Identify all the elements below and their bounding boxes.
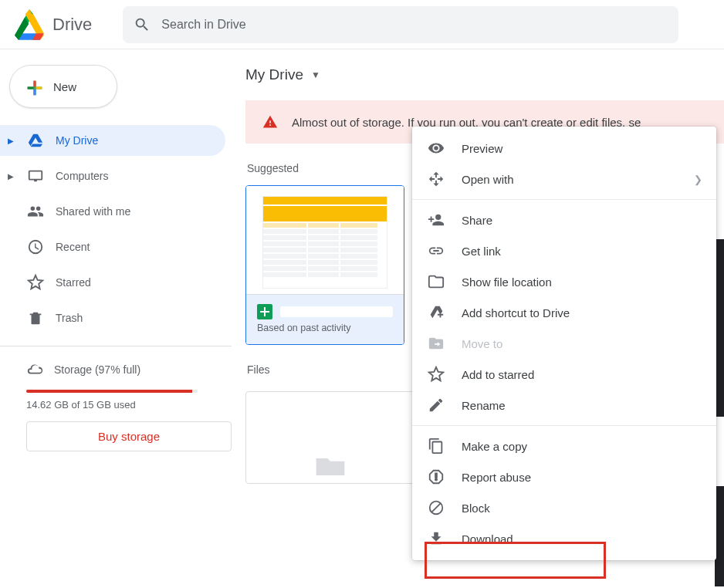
breadcrumb[interactable]: My Drive ▼	[245, 66, 320, 83]
clock-icon	[26, 238, 45, 255]
expand-arrow-icon: ▶	[6, 172, 15, 181]
star-icon	[26, 274, 45, 291]
cloud-icon	[26, 361, 43, 378]
sidebar-item-storage[interactable]: Storage (97% full)	[0, 357, 232, 382]
logo-area[interactable]: Drive	[12, 9, 92, 40]
new-button[interactable]: New	[9, 65, 117, 108]
file-placeholder-icon	[313, 455, 347, 478]
storage-used-text: 14.62 GB of 15 GB used	[0, 399, 232, 411]
menu-item-share[interactable]: Share	[412, 204, 716, 235]
sidebar-item-label: Computers	[56, 170, 108, 182]
new-button-label: New	[53, 80, 76, 93]
menu-item-rename[interactable]: Rename	[412, 390, 716, 421]
menu-item-get-link[interactable]: Get link	[412, 235, 716, 266]
drive-icon	[26, 132, 45, 149]
storage-label: Storage (97% full)	[54, 363, 140, 376]
menu-item-add-starred[interactable]: Add to starred	[412, 359, 716, 390]
file-name-redacted	[280, 306, 393, 317]
sidebar-item-label: My Drive	[56, 134, 98, 147]
warning-icon	[262, 114, 278, 130]
computer-icon	[26, 167, 45, 184]
menu-item-download[interactable]: Download	[412, 523, 716, 554]
copy-icon	[428, 438, 445, 455]
app-title: Drive	[52, 15, 92, 35]
chevron-right-icon: ❯	[694, 174, 702, 185]
chevron-down-icon: ▼	[311, 69, 320, 80]
folder-icon	[428, 273, 445, 290]
person-add-icon	[428, 211, 445, 228]
sheets-icon	[257, 304, 272, 319]
link-icon	[428, 242, 445, 259]
storage-progress-bar	[26, 390, 198, 393]
sidebar-item-computers[interactable]: ▶ Computers	[0, 161, 225, 191]
download-icon	[428, 530, 445, 547]
card-subtext: Based on past activity	[257, 323, 393, 333]
pencil-icon	[428, 397, 445, 414]
star-icon	[428, 366, 445, 383]
search-input[interactable]	[161, 18, 668, 32]
menu-item-block[interactable]: Block	[412, 492, 716, 523]
sidebar-item-label: Trash	[56, 312, 83, 324]
breadcrumb-label: My Drive	[245, 66, 303, 83]
sidebar-item-starred[interactable]: ▶ Starred	[0, 267, 225, 298]
search-icon	[134, 16, 151, 33]
file-card[interactable]	[245, 391, 415, 484]
drive-logo-icon	[12, 9, 46, 40]
file-thumbnail	[246, 186, 404, 294]
plus-icon	[24, 77, 42, 96]
menu-item-make-copy[interactable]: Make a copy	[412, 431, 716, 461]
sidebar-item-label: Recent	[56, 241, 90, 253]
expand-arrow-icon: ▶	[6, 137, 15, 145]
search-bar[interactable]	[123, 6, 678, 43]
menu-item-open-with[interactable]: Open with ❯	[412, 164, 716, 194]
sidebar: New ▶ My Drive ▶ Computers ▶	[0, 49, 232, 588]
sidebar-item-shared[interactable]: ▶ Shared with me	[0, 196, 225, 227]
folder-move-icon	[428, 335, 445, 352]
menu-item-report-abuse[interactable]: Report abuse	[412, 461, 716, 492]
sidebar-item-recent[interactable]: ▶ Recent	[0, 231, 225, 262]
suggested-file-card[interactable]: Based on past activity	[245, 185, 404, 345]
context-menu: Preview Open with ❯ Share Get link Show …	[412, 127, 716, 560]
menu-item-add-shortcut[interactable]: Add shortcut to Drive	[412, 297, 716, 328]
menu-item-move-to: Move to	[412, 328, 716, 359]
sidebar-item-label: Shared with me	[56, 205, 130, 218]
people-icon	[26, 203, 45, 220]
app-header: Drive	[0, 0, 724, 49]
sidebar-item-my-drive[interactable]: ▶ My Drive	[0, 125, 225, 156]
buy-storage-button[interactable]: Buy storage	[26, 421, 232, 451]
menu-item-show-location[interactable]: Show file location	[412, 266, 716, 297]
block-icon	[428, 499, 445, 516]
sidebar-item-label: Starred	[56, 276, 91, 289]
shortcut-icon	[428, 304, 445, 321]
open-with-icon	[428, 171, 445, 188]
menu-item-preview[interactable]: Preview	[412, 133, 716, 164]
trash-icon	[26, 309, 45, 326]
sidebar-item-trash[interactable]: ▶ Trash	[0, 302, 225, 333]
eye-icon	[428, 140, 445, 157]
report-icon	[428, 468, 445, 485]
